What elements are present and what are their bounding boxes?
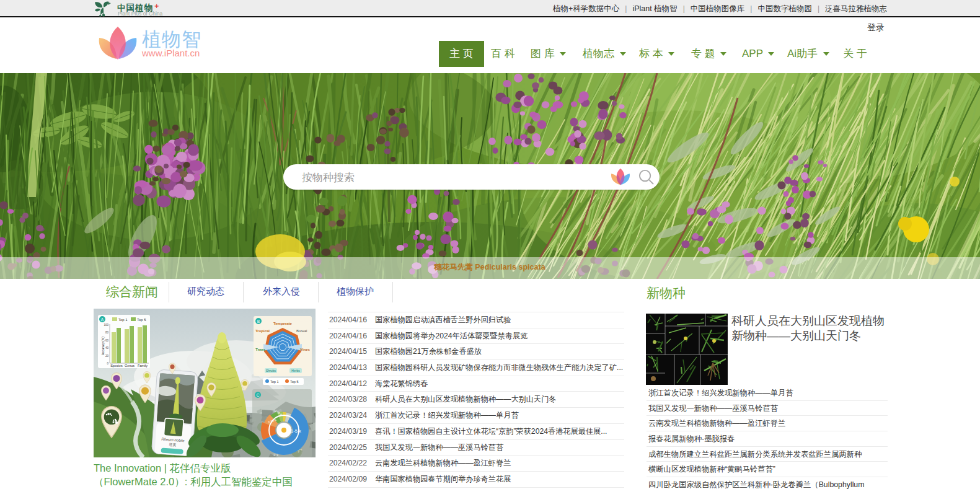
svg-text:穗花马先蒿 Pedicularis spicata: 穗花马先蒿 Pedicularis spicata — [433, 263, 545, 271]
svg-text:80: 80 — [105, 331, 109, 334]
svg-text:60: 60 — [105, 339, 109, 342]
svg-text:Top 5: Top 5 — [290, 380, 298, 384]
svg-text:20: 20 — [105, 355, 109, 358]
svg-text:Top 1: Top 1 — [270, 380, 278, 384]
svg-text:A: A — [101, 317, 104, 322]
svg-text:Top 5: Top 5 — [137, 318, 146, 322]
svg-text:Tropical: Tropical — [255, 329, 270, 333]
svg-text:Shrubs: Shrubs — [266, 369, 276, 372]
svg-text:Boreal: Boreal — [296, 329, 307, 333]
svg-text:3""k: 3""k — [273, 454, 279, 457]
svg-text:Accuracy (%): Accuracy (%) — [101, 337, 105, 355]
svg-text:Genus: Genus — [125, 364, 135, 368]
svg-text:B: B — [257, 319, 260, 324]
svg-text:40: 40 — [105, 346, 109, 350]
svg-text:Temperate: Temperate — [273, 322, 293, 325]
svg-text:Species: Species — [110, 364, 123, 368]
svg-text:Top 1: Top 1 — [118, 318, 128, 322]
svg-text:Trees: Trees — [255, 348, 265, 351]
svg-text:C: C — [257, 393, 260, 397]
svg-text:Family: Family — [138, 364, 148, 368]
svg-text:1-5 k: 1-5 k — [291, 428, 301, 434]
svg-text:Vines: Vines — [300, 348, 311, 351]
svg-text:Herbs: Herbs — [291, 369, 300, 372]
svg-text:100: 100 — [104, 324, 108, 327]
